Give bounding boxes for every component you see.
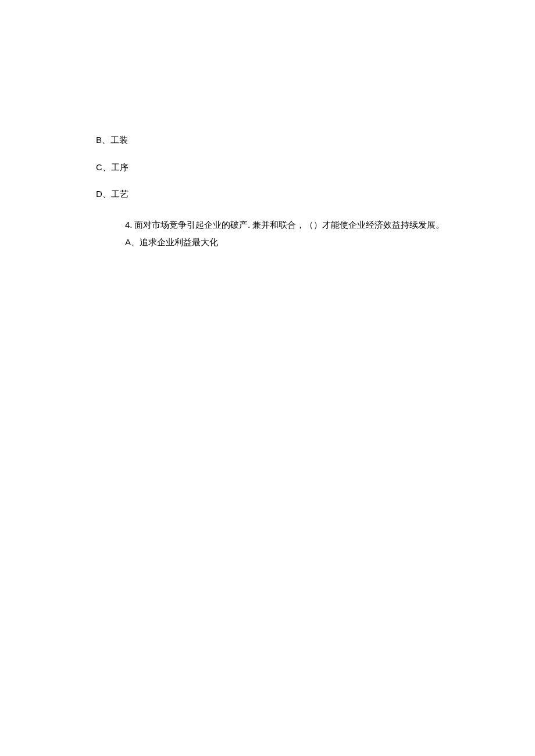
question-number: 4. [125, 220, 133, 230]
option-b-label: B、 [96, 135, 110, 145]
option-a-text: 追求企业利益最大化 [140, 238, 218, 247]
option-c-label: C、 [96, 162, 111, 172]
question-text: 面对市场竞争引起企业的破产. 兼并和联合，（）才能使企业经济效益持续发展。 [133, 220, 444, 230]
option-d-label: D、 [96, 189, 111, 199]
option-b: B、工装 [96, 134, 444, 147]
option-d-text: 工艺 [111, 189, 129, 199]
option-c: C、工序 [96, 161, 444, 174]
option-a-label: A、 [125, 237, 140, 247]
option-c-text: 工序 [111, 162, 129, 172]
question-4: 4. 面对市场竞争引起企业的破产. 兼并和联合，（）才能使企业经济效益持续发展。 [96, 218, 444, 232]
option-d: D、工艺 [96, 188, 444, 201]
option-a: A、追求企业利益最大化 [96, 236, 444, 249]
option-b-text: 工装 [110, 135, 128, 145]
